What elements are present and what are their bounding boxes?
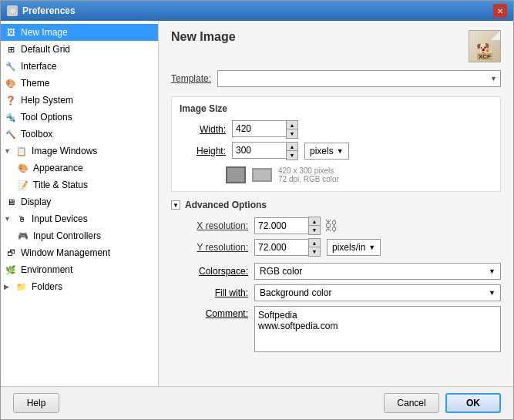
page-title: New Image (171, 30, 236, 44)
res-units-value: pixels/in (332, 242, 365, 253)
expand-arrow-folders: ▶ (4, 283, 13, 291)
fill-with-value: Background color (260, 287, 331, 298)
units-dropdown[interactable]: pixels ▼ (304, 143, 349, 160)
window-management-icon: 🗗 (4, 246, 18, 260)
sidebar-label-interface: Interface (21, 61, 57, 72)
expand-arrow-input-devices: ▼ (4, 215, 13, 223)
sidebar-item-environment[interactable]: 🌿 Environment (1, 261, 158, 278)
y-res-up-btn[interactable]: ▲ (309, 239, 320, 247)
height-label: Height: (180, 146, 226, 156)
window-title: Preferences (22, 5, 76, 16)
width-up-btn[interactable]: ▲ (287, 121, 297, 129)
sidebar-label-input-devices: Input Devices (32, 213, 88, 224)
input-devices-icon: 🖱 (15, 212, 29, 226)
sidebar-item-appearance[interactable]: 🎨 Appearance (1, 160, 158, 176)
fill-with-arrow: ▼ (489, 289, 496, 297)
landscape-preview[interactable] (252, 168, 272, 182)
template-label: Template: (171, 73, 211, 84)
sidebar-label-display: Display (21, 197, 51, 207)
width-down-btn[interactable]: ▼ (287, 129, 297, 138)
sidebar: 🖼 New Image ⊞ Default Grid 🔧 Interface 🎨… (1, 21, 159, 386)
width-row: Width: ▲ ▼ (180, 120, 492, 139)
tool-options-icon: 🔩 (4, 110, 18, 124)
comment-label: Comment: (171, 306, 248, 319)
sidebar-label-tool-options: Tool Options (21, 112, 72, 123)
fill-with-label: Fill with: (171, 287, 248, 298)
res-units-arrow: ▼ (368, 244, 375, 251)
help-button[interactable]: Help (13, 393, 59, 413)
main-header: New Image 🐕 XCF (171, 30, 501, 62)
sidebar-label-folders: Folders (32, 281, 62, 292)
sidebar-item-theme[interactable]: 🎨 Theme (1, 75, 158, 92)
portrait-preview[interactable] (226, 166, 246, 183)
sidebar-item-help-system[interactable]: ❓ Help System (1, 92, 158, 109)
close-button[interactable]: ✕ (493, 4, 507, 18)
sidebar-label-default-grid: Default Grid (21, 44, 70, 55)
height-spinner[interactable]: ▲ ▼ (286, 142, 298, 160)
y-resolution-input[interactable] (254, 239, 308, 256)
sidebar-item-folders[interactable]: ▶ 📁 Folders (1, 278, 158, 295)
width-spinner[interactable]: ▲ ▼ (286, 120, 298, 139)
y-res-label: Y resolution: (171, 242, 248, 253)
sidebar-item-image-windows[interactable]: ▼ 📋 Image Windows (1, 143, 158, 160)
advanced-section: ▼ Advanced Options X resolution: ▲ ▼ ⛓ (171, 200, 501, 352)
cancel-button[interactable]: Cancel (384, 393, 439, 413)
ok-button[interactable]: OK (445, 393, 501, 413)
width-label: Width: (180, 124, 226, 135)
expand-arrow-image-windows: ▼ (4, 147, 13, 155)
sidebar-label-toolbox: Toolbox (21, 129, 52, 139)
height-down-btn[interactable]: ▼ (287, 151, 297, 160)
sidebar-label-input-controllers: Input Controllers (33, 230, 101, 241)
y-res-down-btn[interactable]: ▼ (309, 247, 320, 256)
sidebar-item-input-devices[interactable]: ▼ 🖱 Input Devices (1, 210, 158, 227)
image-size-section: Image Size Width: ▲ ▼ Height: (171, 96, 501, 192)
advanced-collapse-btn[interactable]: ▼ (171, 200, 180, 210)
size-info-line2: 72 dpi, RGB color (278, 175, 339, 183)
sidebar-item-tool-options[interactable]: 🔩 Tool Options (1, 109, 158, 126)
comment-textarea[interactable]: Softpedia www.softpedia.com (254, 306, 501, 352)
sidebar-label-theme: Theme (21, 78, 49, 89)
x-res-down-btn[interactable]: ▼ (309, 226, 320, 234)
y-resolution-spinner[interactable]: ▲ ▼ (308, 238, 321, 257)
sidebar-label-title-status: Title & Status (33, 180, 88, 190)
sidebar-item-toolbox[interactable]: 🔨 Toolbox (1, 126, 158, 143)
title-bar: ⚙ Preferences ✕ (1, 1, 513, 21)
colorspace-value: RGB color (260, 266, 302, 277)
x-resolution-input[interactable] (254, 217, 308, 234)
sidebar-item-window-management[interactable]: 🗗 Window Management (1, 244, 158, 261)
template-dropdown-arrow[interactable]: ▼ (490, 75, 497, 82)
x-res-label: X resolution: (171, 220, 248, 231)
template-input[interactable] (221, 73, 490, 84)
size-preview-row: 420 x 300 pixels 72 dpi, RGB color (180, 163, 492, 185)
res-units-dropdown[interactable]: pixels/in ▼ (327, 239, 381, 256)
fill-with-row: Fill with: Background color ▼ (171, 284, 501, 301)
size-info-line1: 420 x 300 pixels (278, 166, 339, 175)
new-image-icon: 🖼 (4, 25, 18, 39)
x-res-up-btn[interactable]: ▲ (309, 217, 320, 226)
image-size-title: Image Size (180, 103, 492, 114)
sidebar-label-help-system: Help System (21, 95, 73, 106)
fill-with-dropdown[interactable]: Background color ▼ (254, 284, 501, 301)
sidebar-item-title-status[interactable]: 📝 Title & Status (1, 176, 158, 193)
interface-icon: 🔧 (4, 59, 18, 73)
help-system-icon: ❓ (4, 93, 18, 107)
height-up-btn[interactable]: ▲ (287, 143, 297, 151)
sidebar-label-appearance: Appearance (33, 163, 83, 173)
sidebar-item-interface[interactable]: 🔧 Interface (1, 58, 158, 75)
sidebar-label-environment: Environment (21, 264, 72, 275)
advanced-options-header: ▼ Advanced Options (171, 200, 501, 210)
dialog-footer: Help Cancel OK (1, 386, 513, 419)
colorspace-dropdown[interactable]: RGB color ▼ (254, 263, 501, 280)
advanced-title: Advanced Options (185, 200, 267, 210)
width-input[interactable] (232, 120, 286, 137)
sidebar-item-default-grid[interactable]: ⊞ Default Grid (1, 41, 158, 58)
sidebar-item-new-image[interactable]: 🖼 New Image (1, 24, 158, 41)
image-windows-icon: 📋 (15, 144, 29, 158)
default-grid-icon: ⊞ (4, 42, 18, 56)
x-resolution-spinner[interactable]: ▲ ▼ (308, 217, 321, 235)
sidebar-item-input-controllers[interactable]: 🎮 Input Controllers (1, 227, 158, 244)
sidebar-item-display[interactable]: 🖥 Display (1, 193, 158, 210)
height-input[interactable] (232, 142, 286, 159)
app-icon: ⚙ (7, 5, 18, 16)
chain-link-icon: ⛓ (324, 218, 339, 234)
